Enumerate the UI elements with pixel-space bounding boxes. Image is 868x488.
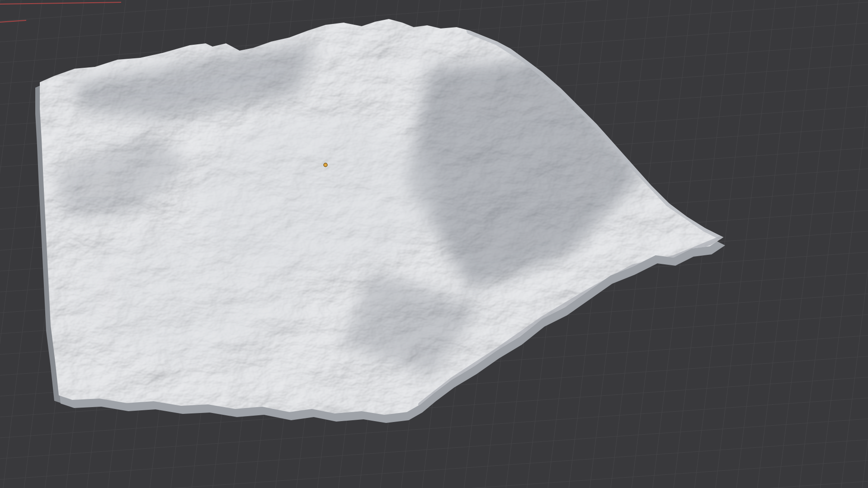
object-origin-icon[interactable] — [324, 163, 327, 167]
viewport-canvas — [0, 0, 868, 488]
3d-viewport[interactable] — [0, 0, 868, 488]
terrain-highlight-overlay — [77, 226, 303, 361]
